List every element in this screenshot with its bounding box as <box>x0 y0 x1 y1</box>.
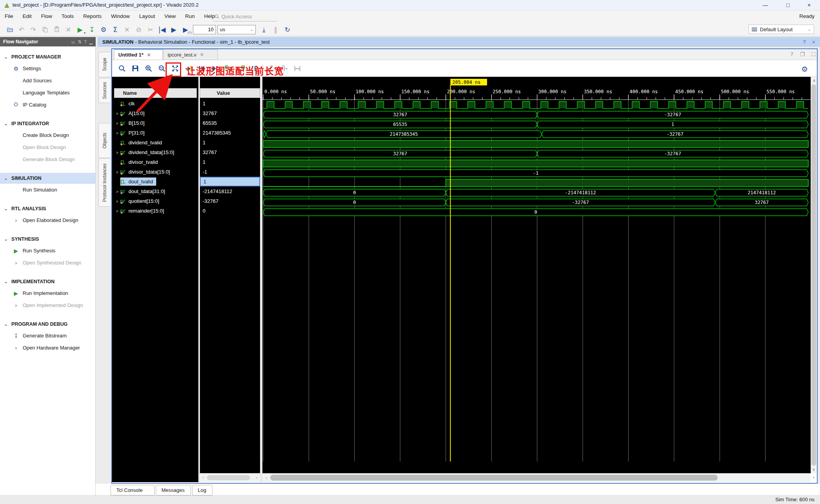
restart-sim-button[interactable]: |◀ <box>156 25 168 35</box>
waveform-canvas[interactable]: 0.000 ns50.000 ns100.000 ns150.000 ns200… <box>262 77 811 473</box>
nav-header-ip-integrator[interactable]: ⌄IP INTEGRATOR <box>0 118 95 129</box>
menu-file[interactable]: File <box>0 11 18 22</box>
signal-value-remainder-15-0[interactable]: 0 <box>200 206 260 216</box>
nav-item-create-block-design[interactable]: Create Block Design <box>0 129 95 141</box>
signal-value-divisor-tdata-15-0[interactable]: -1 <box>200 167 260 177</box>
disable-breakpoints-button[interactable]: ⊘ <box>133 25 144 35</box>
nav-item-run-implementation[interactable]: ▶Run Implementation <box>0 287 95 299</box>
bottom-tab-messages[interactable]: Messages <box>156 485 191 495</box>
expand-icon[interactable]: > <box>114 111 120 116</box>
signal-row-a-15-0[interactable]: >A[15:0] <box>112 108 198 118</box>
relaunch-sim-button[interactable]: ↻ <box>282 25 293 35</box>
signal-row-quotient-15-0[interactable]: >quotient[15:0] <box>112 196 198 206</box>
help-icon[interactable]: ? <box>84 39 86 44</box>
help-icon[interactable]: ? <box>790 51 793 58</box>
expand-icon[interactable]: > <box>114 199 120 204</box>
step-into-button[interactable]: ↧ <box>86 25 98 35</box>
minimize-button[interactable]: — <box>758 1 773 9</box>
run-flow-button[interactable]: ▶▾ <box>74 25 86 35</box>
scroll-left-icon[interactable]: ‹ <box>200 475 206 480</box>
close-icon[interactable]: ✕ <box>147 52 151 58</box>
menu-edit[interactable]: Edit <box>18 11 36 22</box>
side-tab-protocol-instances[interactable]: Protocol Instances <box>98 158 111 207</box>
bottom-tab-tcl-console[interactable]: Tcl Console <box>111 485 155 495</box>
menu-view[interactable]: View <box>160 11 180 22</box>
vertical-scroll-thumb[interactable] <box>811 84 816 466</box>
signal-value-clk[interactable]: 1 <box>200 99 260 108</box>
menu-layout[interactable]: Layout <box>134 11 160 22</box>
wave-tab-untitled-1[interactable]: Untitled 1*✕ <box>114 49 163 60</box>
signal-row-dout-tvalid[interactable]: dout_tvalid <box>112 177 198 186</box>
side-tab-scope[interactable]: Scope <box>98 52 111 77</box>
expand-icon[interactable]: > <box>114 170 120 174</box>
open-file-button[interactable] <box>4 25 16 35</box>
scroll-left-icon[interactable]: ‹ <box>263 476 269 481</box>
paste-button[interactable] <box>51 25 62 35</box>
run-for-time-button[interactable]: ▶(T) <box>180 25 191 35</box>
delete-button[interactable]: ✕ <box>62 25 74 35</box>
signal-value-dividend-tvalid[interactable]: 1 <box>200 138 260 147</box>
maximize-button[interactable]: □ <box>780 1 796 9</box>
pause-sim-button[interactable]: ∥ <box>270 25 282 35</box>
maximize-panel-icon[interactable]: ⛶ <box>811 51 815 58</box>
nav-item-ip-catalog[interactable]: IP Catalog <box>0 99 95 111</box>
scroll-right-icon[interactable]: › <box>254 475 260 480</box>
zoom-in-button[interactable] <box>142 62 155 74</box>
minimize-panel-icon[interactable]: ▁ <box>89 39 93 44</box>
sort-icon[interactable]: ⇅ <box>78 39 81 44</box>
close-icon[interactable]: ✕ <box>200 52 204 57</box>
step-time-button[interactable]: ⤓ <box>258 25 270 35</box>
signal-value-dout-tvalid[interactable]: 1 <box>200 177 260 186</box>
signal-row-clk[interactable]: clk <box>112 99 198 108</box>
signal-row-dout-tdata-31-0[interactable]: >dout_tdata[31:0] <box>112 186 198 196</box>
value-column-header[interactable]: Value <box>200 88 260 98</box>
nav-item-generate-block-design[interactable]: Generate Block Design <box>0 153 95 165</box>
nav-header-project-manager[interactable]: ⌄PROJECT MANAGER <box>0 51 95 62</box>
signal-row-divisor-tvalid[interactable]: divisor_tvalid <box>112 157 198 167</box>
run-all-button[interactable]: ▶ <box>168 25 180 35</box>
wave-settings-gear-icon[interactable]: ⚙ <box>801 65 808 73</box>
signal-row-p-31-0[interactable]: >P[31:0] <box>112 128 198 138</box>
nav-item-open-implemented-design[interactable]: ›Open Implemented Design <box>0 299 95 311</box>
undo-button[interactable]: ↶ <box>16 25 27 35</box>
expand-icon[interactable]: > <box>114 189 120 194</box>
nav-header-implementation[interactable]: ⌄IMPLEMENTATION <box>0 276 95 287</box>
expand-icon[interactable]: > <box>114 209 120 213</box>
nav-item-settings[interactable]: ⚙Settings <box>0 62 95 75</box>
nav-item-open-hardware-manager[interactable]: ›Open Hardware Manager <box>0 342 95 354</box>
report-sigma-button[interactable]: Σ <box>109 25 121 35</box>
nav-header-synthesis[interactable]: ⌄SYNTHESIS <box>0 234 95 245</box>
close-button[interactable]: × <box>801 1 817 9</box>
scroll-down-icon[interactable]: ∨ <box>811 467 817 472</box>
default-layout-select[interactable]: Default Layout ⌄ <box>749 25 814 34</box>
horizontal-scroll-thumb[interactable] <box>270 475 718 481</box>
scroll-up-icon[interactable]: ∧ <box>811 78 817 83</box>
signal-value-p-31-0[interactable]: 2147385345 <box>200 128 260 138</box>
save-waveform-button[interactable] <box>128 62 142 74</box>
expand-icon[interactable]: > <box>114 150 120 155</box>
menu-reports[interactable]: Reports <box>78 11 106 22</box>
nav-item-language-templates[interactable]: Language Templates <box>0 87 95 99</box>
collapse-all-icon[interactable]: ⚍ <box>71 39 75 44</box>
menu-window[interactable]: Window <box>106 11 134 22</box>
signal-row-b-15-0[interactable]: >B[15:0] <box>112 118 198 128</box>
nav-header-rtl-analysis[interactable]: ⌄RTL ANALYSIS <box>0 203 95 214</box>
menu-tools[interactable]: Tools <box>57 11 79 22</box>
nav-header-simulation[interactable]: ⌄SIMULATION <box>0 173 95 184</box>
nav-item-run-synthesis[interactable]: ▶Run Synthesis <box>0 245 95 257</box>
nav-item-open-synthesized-design[interactable]: ›Open Synthesized Design <box>0 257 95 269</box>
menu-run[interactable]: Run <box>180 11 200 22</box>
redo-button[interactable]: ↷ <box>27 25 39 35</box>
nav-item-add-sources[interactable]: Add Sources <box>0 75 95 87</box>
nav-item-open-block-design[interactable]: Open Block Design <box>0 141 95 153</box>
side-tab-objects[interactable]: Objects <box>98 123 111 158</box>
settings-gear-button[interactable]: ⚙ <box>98 25 109 35</box>
signal-value-quotient-15-0[interactable]: -32767 <box>200 196 260 206</box>
signal-row-remainder-15-0[interactable]: >remainder[15:0] <box>112 206 198 216</box>
copy-button[interactable] <box>39 25 51 35</box>
signal-value-dout-tdata-31-0[interactable]: -2147418112 <box>200 186 260 196</box>
signal-value-b-15-0[interactable]: 65535 <box>200 118 260 128</box>
quick-access-search[interactable]: Quick Access <box>213 12 277 21</box>
breakpoint-button[interactable]: ✕ <box>121 25 133 35</box>
nav-header-program-and-debug[interactable]: ⌄PROGRAM AND DEBUG <box>0 319 95 330</box>
